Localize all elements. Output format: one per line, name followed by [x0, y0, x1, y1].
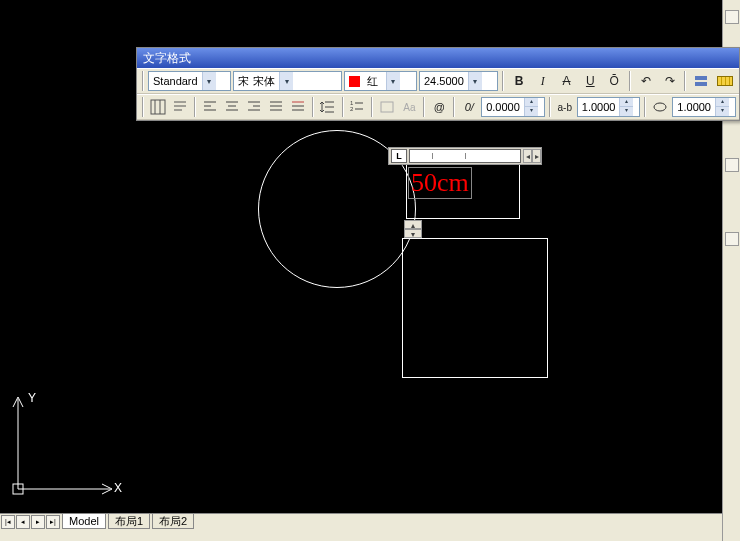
- tracking-input[interactable]: 1.0000 ▴▾: [577, 97, 641, 117]
- stack-button[interactable]: [690, 70, 712, 92]
- palette-row-2: 12 Aa @ 0/ 0.0000 ▴▾ a-b 1.0000 ▴▾ 1.000…: [137, 94, 739, 120]
- mtext-width-grip[interactable]: ◂▸: [523, 149, 541, 163]
- tab-layout2[interactable]: 布局2: [152, 514, 194, 529]
- tab-nav-last[interactable]: ▸|: [46, 515, 60, 529]
- tab-nav-prev[interactable]: ◂: [16, 515, 30, 529]
- mtext-tab-button[interactable]: L: [391, 149, 407, 163]
- width-factor-icon: [652, 99, 668, 115]
- gutter-button[interactable]: [725, 232, 739, 246]
- align-justify-icon: [268, 99, 284, 115]
- insert-field-button[interactable]: [377, 96, 397, 118]
- tab-nav-first[interactable]: |◂: [1, 515, 15, 529]
- ucs-x-label: X: [114, 481, 122, 495]
- align-right-icon: [246, 99, 262, 115]
- numbering-icon: 12: [349, 99, 365, 115]
- width-factor-input[interactable]: 1.0000 ▴▾: [672, 97, 736, 117]
- tracking-label: a-b: [555, 96, 575, 118]
- field-icon: [379, 99, 395, 115]
- rectangle-entity: [402, 238, 548, 378]
- svg-rect-4: [695, 82, 707, 86]
- ruler-button[interactable]: [714, 70, 736, 92]
- mtext-ruler[interactable]: L ◂▸: [388, 147, 542, 165]
- mtext-editor[interactable]: L ◂▸ 50cm: [388, 147, 542, 165]
- align-distribute-button[interactable]: [288, 96, 308, 118]
- overline-button[interactable]: Ō: [603, 70, 625, 92]
- font-dropdown[interactable]: 宋宋体: [233, 71, 342, 91]
- text-style-dropdown[interactable]: Standard: [148, 71, 231, 91]
- tab-layout1[interactable]: 布局1: [108, 514, 150, 529]
- text-height-dropdown[interactable]: 24.5000: [419, 71, 498, 91]
- color-dropdown[interactable]: 红: [344, 71, 417, 91]
- mtext-text-area[interactable]: 50cm: [408, 167, 472, 199]
- oblique-angle-label: 0/: [459, 96, 479, 118]
- svg-text:2: 2: [350, 106, 354, 112]
- bold-button[interactable]: B: [508, 70, 530, 92]
- tab-model[interactable]: Model: [62, 514, 106, 529]
- undo-button[interactable]: ↶: [635, 70, 657, 92]
- ruler-icon: [717, 76, 733, 86]
- align-right-button[interactable]: [244, 96, 264, 118]
- align-justify-button[interactable]: [266, 96, 286, 118]
- text-format-palette[interactable]: 文字格式 Standard 宋宋体 红 24.5000 B I A U Ō ↶ …: [136, 47, 740, 121]
- svg-rect-5: [151, 100, 165, 114]
- align-center-icon: [224, 99, 240, 115]
- mtext-height-grip[interactable]: ▴▾: [404, 220, 422, 238]
- align-left-icon: [202, 99, 218, 115]
- line-spacing-button[interactable]: [318, 96, 338, 118]
- svg-point-34: [654, 103, 666, 111]
- gutter-button[interactable]: [725, 158, 739, 172]
- ucs-icon: Y X: [10, 391, 120, 501]
- oblique-angle-input[interactable]: 0.0000 ▴▾: [481, 97, 545, 117]
- spinner-icon[interactable]: ▴▾: [619, 98, 633, 116]
- stack-icon: [693, 73, 709, 89]
- spinner-icon[interactable]: ▴▾: [715, 98, 729, 116]
- uppercase-button[interactable]: Aa: [399, 96, 419, 118]
- palette-row-1: Standard 宋宋体 红 24.5000 B I A U Ō ↶ ↷: [137, 68, 739, 94]
- align-left-button[interactable]: [200, 96, 220, 118]
- redo-button[interactable]: ↷: [659, 70, 681, 92]
- gutter-button[interactable]: [725, 10, 739, 24]
- columns-button[interactable]: [148, 96, 168, 118]
- mtext-ruler-scale[interactable]: [409, 149, 521, 163]
- underline-button[interactable]: U: [579, 70, 601, 92]
- line-spacing-icon: [320, 99, 336, 115]
- align-center-button[interactable]: [222, 96, 242, 118]
- numbering-button[interactable]: 12: [348, 96, 368, 118]
- ucs-y-label: Y: [28, 391, 36, 405]
- strikethrough-button[interactable]: A: [556, 70, 578, 92]
- width-factor-label: [650, 96, 670, 118]
- palette-title[interactable]: 文字格式: [137, 48, 739, 68]
- layout-tabs-bar: |◂ ◂ ▸ ▸| Model 布局1 布局2: [0, 513, 722, 529]
- color-swatch-icon: [349, 76, 360, 87]
- symbol-button[interactable]: @: [429, 96, 449, 118]
- tab-nav-next[interactable]: ▸: [31, 515, 45, 529]
- italic-button[interactable]: I: [532, 70, 554, 92]
- spinner-icon[interactable]: ▴▾: [524, 98, 538, 116]
- mtext-options-button[interactable]: [170, 96, 190, 118]
- columns-icon: [150, 99, 166, 115]
- paragraph-icon: [172, 99, 188, 115]
- svg-rect-3: [695, 76, 707, 80]
- align-distribute-icon: [290, 99, 306, 115]
- svg-rect-33: [381, 102, 393, 112]
